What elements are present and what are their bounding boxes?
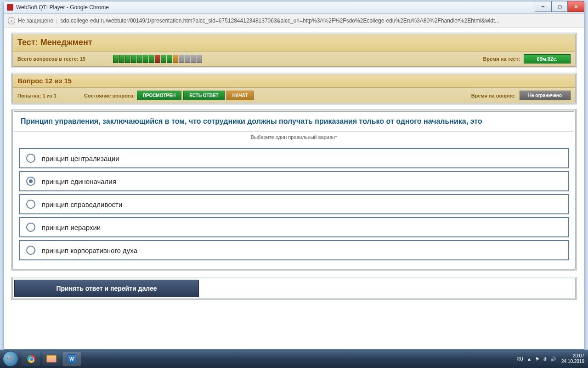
progress-box: [137, 55, 142, 63]
test-title: Тест: Менеджмент: [13, 34, 575, 52]
volume-icon[interactable]: 🔊: [550, 356, 556, 362]
radio-icon: [26, 154, 35, 163]
badge-viewed: ПРОСМОТРЕН: [137, 91, 181, 100]
favicon-icon: [7, 4, 13, 11]
test-header-panel: Тест: Менеджмент Всего вопросов в тесте:…: [11, 33, 577, 68]
flag-icon[interactable]: ⚑: [535, 356, 539, 362]
security-label: Не защищено: [18, 17, 53, 24]
answer-option[interactable]: принцип централизации: [19, 148, 569, 168]
question-panel: Принцип управления, заключающийся в том,…: [11, 109, 577, 270]
progress-box: [173, 55, 178, 63]
address-bar: i Не защищено | sdo.college-edu.ru/webtu…: [4, 14, 584, 28]
clock-time: 20:07: [561, 353, 584, 359]
clock[interactable]: 20:07 24.10.2019: [561, 353, 584, 364]
lang-indicator[interactable]: RU: [517, 356, 523, 362]
insecure-icon[interactable]: i: [8, 17, 15, 24]
system-tray[interactable]: RU ▲ ⚑ ⇵ 🔊 20:07 24.10.2019: [515, 353, 588, 364]
progress-box: [125, 55, 130, 63]
option-label: принцип единоначалия: [42, 178, 116, 185]
maximize-button[interactable]: ▢: [551, 1, 568, 12]
question-number: Вопрос 12 из 15: [13, 74, 575, 88]
badge-answered: ЕСТЬ ОТВЕТ: [183, 91, 225, 100]
answer-option[interactable]: принцип единоначалия: [19, 171, 569, 191]
taskbar: W RU ▲ ⚑ ⇵ 🔊 20:07 24.10.2019: [0, 350, 588, 368]
minimize-button[interactable]: ━: [535, 1, 551, 12]
question-header-panel: Вопрос 12 из 15 Попытка: 1 из 1 Состояни…: [11, 73, 577, 104]
progress-box: [167, 55, 172, 63]
folder-icon: [46, 355, 57, 362]
progress-box: [161, 55, 166, 63]
badge-started: НАЧАТ: [226, 91, 254, 100]
radio-icon: [26, 200, 35, 209]
progress-boxes: [113, 55, 203, 63]
option-label: принцип централизации: [42, 155, 119, 162]
chrome-icon: [27, 355, 35, 363]
taskbar-chrome[interactable]: [22, 352, 40, 366]
submit-button[interactable]: Принять ответ и перейти далее: [14, 280, 199, 297]
tray-up-icon[interactable]: ▲: [527, 356, 531, 362]
progress-box: [113, 55, 119, 63]
answer-option[interactable]: принцип корпоративного духа: [19, 240, 569, 260]
option-label: принцип корпоративного духа: [42, 247, 137, 254]
progress-box: [179, 55, 184, 63]
attempt-row: Попытка: 1 из 1 Состояние вопроса: ПРОСМ…: [13, 88, 575, 103]
submit-row: Принять ответ и перейти далее: [11, 277, 577, 300]
progress-box: [155, 55, 160, 63]
option-label: принцип справедливости: [42, 201, 122, 208]
progress-box: [143, 55, 148, 63]
attempt-label: Попытка: 1 из 1: [17, 93, 57, 98]
progress-box: [191, 55, 196, 63]
window-title: WebSoft QTI Player - Google Chrome: [16, 4, 109, 11]
clock-date: 24.10.2019: [561, 359, 584, 364]
options-container: принцип централизациипринцип единоначали…: [14, 143, 574, 268]
word-icon: W: [67, 354, 76, 363]
answer-option[interactable]: принцип иерархии: [19, 217, 569, 237]
url-text[interactable]: sdo.college-edu.ru/webtutor/00149/1/pres…: [60, 17, 580, 24]
taskbar-explorer[interactable]: [42, 352, 61, 366]
browser-window: WebSoft QTI Player - Google Chrome ━ ▢ ✕…: [4, 1, 584, 350]
radio-icon: [26, 177, 35, 186]
answer-option[interactable]: принцип справедливости: [19, 194, 569, 214]
start-button[interactable]: [0, 350, 21, 368]
network-icon[interactable]: ⇵: [543, 356, 547, 362]
page-content: Тест: Менеджмент Всего вопросов в тесте:…: [4, 28, 584, 349]
close-button[interactable]: ✕: [568, 1, 584, 12]
option-label: принцип иерархии: [42, 224, 101, 231]
question-hint: Выберите один правильный вариант: [14, 132, 574, 143]
total-questions-label: Всего вопросов в тесте: 15: [17, 56, 85, 62]
state-label: Состояние вопроса:: [84, 93, 135, 98]
progress-box: [119, 55, 124, 63]
question-time-value: Не ограничено: [520, 91, 571, 100]
progress-box: [185, 55, 190, 63]
test-timer: 09м.02с.: [524, 54, 571, 63]
radio-icon: [26, 246, 35, 255]
window-controls: ━ ▢ ✕: [535, 1, 584, 12]
test-subheader: Всего вопросов в тесте: 15 Время на тест…: [13, 52, 575, 67]
question-text: Принцип управления, заключающийся в том,…: [14, 112, 574, 132]
radio-icon: [26, 223, 35, 232]
taskbar-word[interactable]: W: [62, 352, 81, 366]
question-time-label: Время на вопрос:: [471, 93, 516, 98]
titlebar: WebSoft QTI Player - Google Chrome ━ ▢ ✕: [4, 1, 584, 14]
test-time-label: Время на тест:: [483, 56, 520, 62]
progress-box: [149, 55, 154, 63]
progress-box: [131, 55, 136, 63]
progress-box: [197, 55, 202, 63]
